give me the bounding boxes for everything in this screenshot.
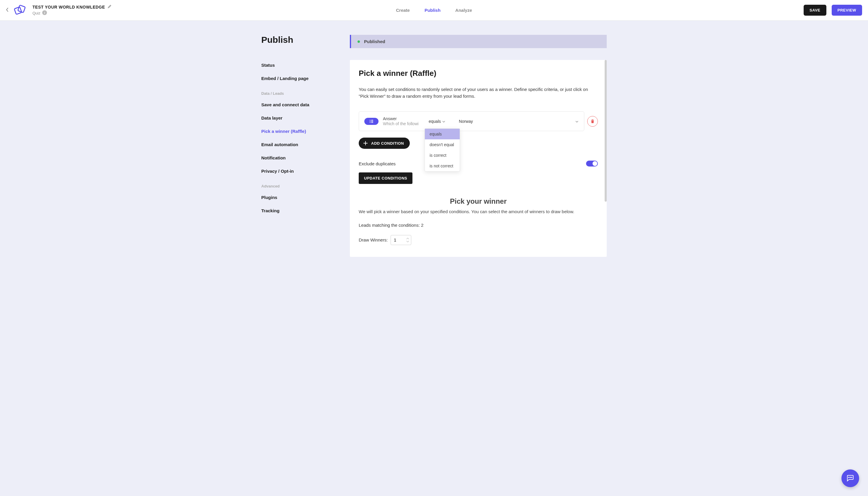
sidebar-heading-data: Data / Leads [261, 91, 344, 96]
operator-select[interactable]: equals equals doesn't equal is correct i… [429, 119, 446, 124]
project-title: TEST YOUR WORLD KNOWLEDGE [32, 5, 105, 10]
plus-icon [363, 141, 368, 146]
sidebar-item-plugins[interactable]: Plugins [261, 195, 344, 200]
tab-publish[interactable]: Publish [424, 0, 440, 20]
dropdown-item-is-not-correct[interactable]: is not correct [425, 160, 460, 171]
sidebar-item-save-connect[interactable]: Save and connect data [261, 102, 344, 107]
stepper-down-button[interactable] [406, 240, 410, 243]
edit-icon[interactable] [107, 4, 112, 10]
project-subtitle: Quiz [32, 11, 41, 15]
svg-rect-9 [371, 122, 373, 123]
stepper-up-button[interactable] [406, 237, 410, 240]
value-text: Norway [459, 119, 473, 124]
card-title: Pick a winner (Raffle) [359, 69, 598, 78]
add-condition-label: ADD CONDITION [371, 141, 404, 145]
leads-matching-text: Leads matching the conditions: 2 [359, 222, 598, 228]
svg-rect-8 [370, 122, 371, 123]
preview-button[interactable]: PREVIEW [832, 5, 862, 16]
sidebar-heading-advanced: Advanced [261, 184, 344, 188]
condition-type-icon[interactable] [364, 118, 378, 125]
sidebar-item-notification[interactable]: Notification [261, 155, 344, 160]
sidebar-item-email-automation[interactable]: Email automation [261, 142, 344, 147]
draw-winners-label: Draw Winners: [359, 237, 388, 243]
info-icon[interactable]: i [42, 10, 47, 16]
dropdown-item-is-correct[interactable]: is correct [425, 150, 460, 160]
switch-knob [592, 161, 597, 166]
sidebar-item-status[interactable]: Status [261, 63, 344, 67]
dropdown-item-doesnt-equal[interactable]: doesn't equal [425, 139, 460, 150]
save-button[interactable]: SAVE [804, 5, 826, 16]
draw-winners-input[interactable] [391, 235, 411, 245]
svg-rect-7 [371, 121, 373, 122]
svg-rect-4 [370, 120, 371, 121]
value-select[interactable]: Norway [459, 119, 579, 124]
operator-dropdown: equals doesn't equal is correct is not c… [424, 128, 460, 172]
chevron-down-icon [575, 119, 579, 124]
page-title: Publish [261, 35, 344, 45]
condition-box: Answer Which of the followi equals equal… [359, 111, 584, 131]
logo[interactable] [13, 5, 28, 16]
exclude-duplicates-label: Exclude duplicates [359, 161, 396, 166]
add-condition-button[interactable]: ADD CONDITION [359, 138, 410, 149]
tab-create[interactable]: Create [396, 0, 410, 20]
sidebar-item-pick-winner[interactable]: Pick a winner (Raffle) [261, 129, 344, 134]
exclude-duplicates-toggle[interactable] [586, 160, 598, 167]
raffle-card: Pick a winner (Raffle) You can easily se… [350, 60, 607, 257]
operator-value: equals [429, 119, 441, 124]
back-button[interactable] [6, 7, 9, 13]
sidebar-item-privacy[interactable]: Privacy / Opt-in [261, 169, 344, 174]
dropdown-item-equals[interactable]: equals [425, 129, 460, 139]
scrollbar[interactable] [605, 60, 607, 202]
card-description: You can easily set conditions to randoml… [359, 86, 598, 99]
pick-winner-title: Pick your winner [359, 197, 598, 205]
sidebar-item-embed[interactable]: Embed / Landing page [261, 76, 344, 81]
chevron-down-icon [442, 119, 446, 124]
svg-rect-6 [370, 121, 371, 122]
answer-label: Answer [383, 116, 424, 121]
status-dot-icon [358, 41, 360, 43]
svg-rect-5 [371, 120, 373, 121]
tab-analyze[interactable]: Analyze [455, 0, 472, 20]
status-text: Published [364, 39, 385, 44]
draw-count-field[interactable] [394, 238, 403, 243]
pick-winner-description: We will pick a winner based on your spec… [359, 208, 598, 215]
status-bar: Published [350, 35, 607, 48]
update-conditions-button[interactable]: UPDATE CONDITIONS [359, 172, 413, 184]
delete-condition-button[interactable] [587, 116, 598, 127]
answer-question: Which of the followi [383, 121, 424, 126]
svg-rect-11 [363, 143, 368, 143]
sidebar-item-tracking[interactable]: Tracking [261, 208, 344, 213]
sidebar-item-data-layer[interactable]: Data layer [261, 115, 344, 121]
